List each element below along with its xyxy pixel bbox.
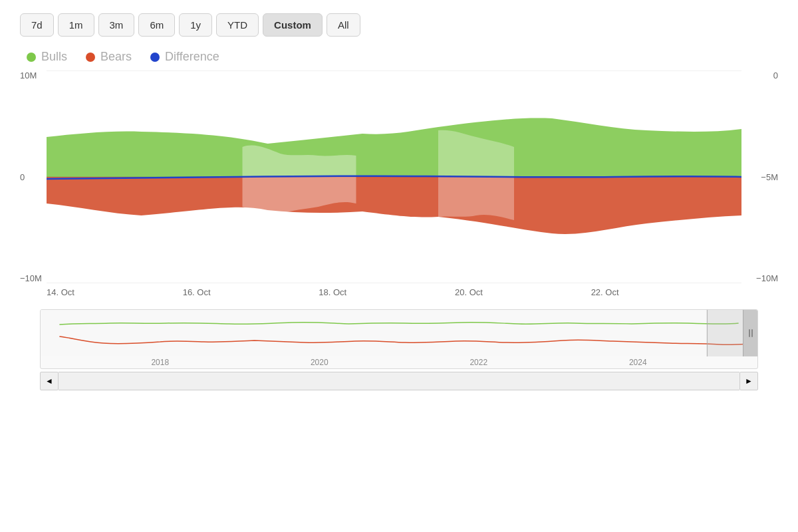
legend-label-difference: Difference: [165, 50, 219, 64]
scroll-bar: ◄ ►: [40, 372, 758, 390]
x-axis: 14. Oct 16. Oct 18. Oct 20. Oct 22. Oct …: [20, 283, 778, 297]
y-label-top-left: 10M: [20, 70, 42, 80]
legend-label-bulls: Bulls: [41, 50, 67, 64]
y-label-mid-left: 0: [20, 172, 42, 182]
time-range-selector: 7d1m3m6m1yYTDCustomAll: [20, 13, 778, 37]
legend-item-bears[interactable]: Bears: [86, 50, 132, 64]
year-label-2020: 2020: [311, 358, 329, 367]
legend-item-bulls[interactable]: Bulls: [27, 50, 67, 64]
time-btn-all[interactable]: All: [327, 13, 360, 37]
time-btn-custom[interactable]: Custom: [263, 13, 323, 37]
y-axis-right: 0 −5M −10M: [756, 70, 778, 283]
y-label-bot-left: −10M: [20, 273, 42, 283]
main-chart-area: 10M 0 −10M 0 −5M −10M: [47, 70, 741, 283]
mini-scroll-handle[interactable]: [743, 310, 757, 356]
time-btn-1y[interactable]: 1y: [179, 13, 212, 37]
main-chart-wrapper: 10M 0 −10M 0 −5M −10M: [20, 70, 778, 297]
x-label-3: 18. Oct: [319, 287, 346, 297]
x-label-5: 22. Oct: [591, 287, 619, 297]
y-label-top-right: 0: [756, 70, 778, 80]
legend-dot-bulls: [27, 53, 36, 62]
chart-highlight-2: [438, 130, 514, 220]
x-label-4: 20. Oct: [455, 287, 483, 297]
scroll-left-button[interactable]: ◄: [40, 372, 59, 390]
bears-area: [47, 177, 741, 234]
time-btn-ytd[interactable]: YTD: [216, 13, 259, 37]
legend-item-difference[interactable]: Difference: [150, 50, 219, 64]
scroll-handle-grip: [749, 329, 753, 337]
chart-legend: BullsBearsDifference: [20, 50, 778, 64]
mini-chart-wrapper: 2018 2020 2022 2024: [40, 309, 758, 369]
scroll-track[interactable]: [59, 372, 739, 390]
year-label-2018: 2018: [151, 358, 169, 367]
x-label-1: 14. Oct: [47, 287, 74, 297]
x-label-2: 16. Oct: [183, 287, 211, 297]
year-label-2022: 2022: [469, 358, 487, 367]
main-chart-svg: [47, 70, 741, 283]
y-label-bot-right: −10M: [756, 273, 778, 283]
mini-chart-svg: [41, 310, 757, 356]
y-axis-left: 10M 0 −10M: [20, 70, 42, 283]
y-label-mid-right: −5M: [756, 172, 778, 182]
time-btn-7d[interactable]: 7d: [20, 13, 54, 37]
legend-dot-bears: [86, 53, 95, 62]
svg-rect-4: [41, 310, 757, 356]
svg-rect-5: [707, 310, 745, 356]
time-btn-1m[interactable]: 1m: [58, 13, 94, 37]
bulls-area: [47, 118, 741, 177]
scroll-right-button[interactable]: ►: [739, 372, 758, 390]
time-btn-3m[interactable]: 3m: [98, 13, 135, 37]
legend-label-bears: Bears: [100, 50, 132, 64]
time-btn-6m[interactable]: 6m: [138, 13, 175, 37]
mini-year-labels: 2018 2020 2022 2024: [41, 356, 757, 367]
year-label-2024: 2024: [629, 358, 647, 367]
legend-dot-difference: [150, 53, 160, 62]
